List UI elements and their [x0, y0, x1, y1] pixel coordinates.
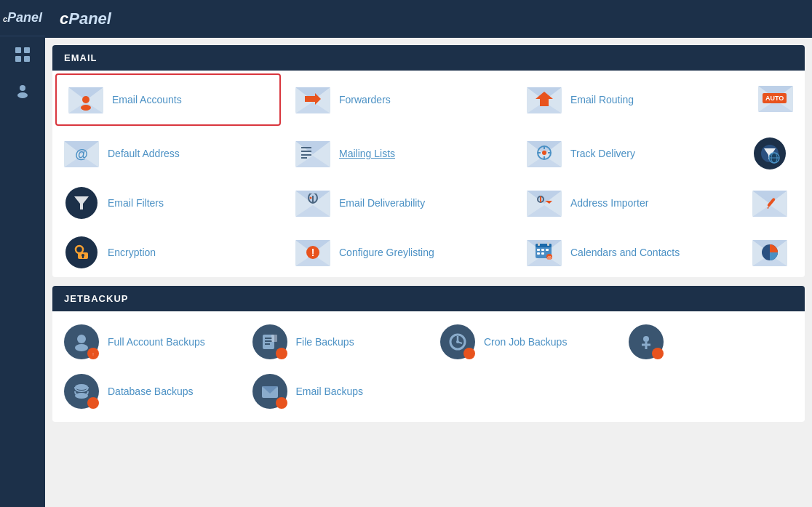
svg-point-6 [82, 96, 89, 103]
email-routing-icon [527, 82, 562, 117]
svg-rect-44 [547, 242, 549, 246]
svg-rect-0 [15, 47, 21, 53]
encryption-item[interactable]: Encryption [52, 228, 284, 277]
pie-icon [752, 235, 787, 270]
sidebar: cPanel [0, 0, 45, 507]
default-address-item[interactable]: @ Default Address [52, 129, 284, 178]
svg-rect-45 [537, 249, 540, 251]
file-backups-icon [252, 324, 287, 359]
email-accounts-item[interactable]: Email Accounts [55, 73, 281, 126]
main-area: cPanel EMAIL [45, 0, 812, 507]
pie-item[interactable] [747, 228, 805, 277]
database-backups-icon [64, 374, 99, 409]
email-section-header: EMAIL [52, 45, 805, 71]
database-backups-item[interactable]: Database Backups [52, 367, 241, 416]
email-routing-item[interactable]: Email Routing [515, 71, 747, 129]
svg-rect-1 [24, 47, 30, 53]
svg-point-54 [75, 344, 88, 351]
svg-rect-48 [537, 252, 540, 255]
extra-backup-item[interactable] [617, 317, 805, 367]
email-backups-icon [252, 374, 287, 409]
svg-rect-3 [24, 56, 30, 62]
mailing-lists-label: Mailing Lists [339, 148, 395, 159]
svg-point-66 [456, 340, 459, 343]
import2-icon [752, 185, 787, 220]
email-backups-item[interactable]: Email Backups [241, 367, 429, 416]
email-backups-label: Email Backups [296, 386, 364, 397]
svg-marker-32 [545, 198, 552, 204]
cron-job-backups-icon [440, 324, 475, 359]
email-routing-label: Email Routing [570, 94, 634, 105]
email-accounts-label: Email Accounts [112, 94, 182, 105]
encryption-label: Encryption [108, 247, 156, 258]
email-filters-label: Email Filters [108, 197, 164, 209]
svg-rect-46 [541, 249, 544, 251]
extra-backup-icon [629, 324, 664, 359]
svg-rect-58 [265, 338, 272, 339]
default-address-icon: @ [64, 136, 99, 171]
svg-rect-61 [271, 335, 277, 342]
full-account-backups-item[interactable]: ↑ Full Account Backups [52, 317, 241, 367]
topbar: cPanel [45, 0, 812, 38]
email-deliverability-item[interactable]: Email Deliverability [284, 178, 515, 228]
jetbackup-section: JETBACKUP ↑ [52, 286, 805, 422]
svg-marker-26 [74, 196, 89, 209]
svg-rect-11 [301, 151, 311, 152]
calendars-contacts-icon: @ [527, 235, 562, 270]
svg-point-62 [279, 351, 284, 356]
full-account-backups-label: Full Account Backups [108, 336, 205, 348]
import2-item[interactable] [747, 178, 805, 228]
svg-point-74 [90, 400, 96, 406]
svg-rect-2 [15, 56, 21, 62]
svg-rect-10 [301, 147, 311, 148]
auto-item[interactable]: AUTO [747, 71, 805, 129]
sidebar-logo: cPanel [0, 0, 45, 36]
track-delivery-label: Track Delivery [570, 148, 635, 159]
spam-filter-item[interactable] [747, 129, 805, 178]
svg-point-67 [466, 351, 472, 356]
cron-job-backups-item[interactable]: Cron Job Backups [429, 317, 617, 367]
calendars-contacts-item[interactable]: @ Calendars and Contacts [515, 228, 747, 277]
svg-marker-34 [767, 207, 769, 209]
sidebar-item-grid[interactable] [0, 36, 45, 73]
svg-point-72 [75, 384, 88, 390]
svg-rect-59 [265, 340, 272, 342]
track-delivery-icon [527, 136, 562, 171]
svg-point-77 [279, 400, 284, 406]
svg-point-5 [17, 92, 28, 98]
address-importer-item[interactable]: Address Importer [515, 178, 747, 228]
email-accounts-icon [68, 82, 103, 117]
email-deliverability-icon [295, 185, 330, 220]
email-filters-icon [64, 185, 99, 220]
sidebar-item-users[interactable] [0, 73, 45, 109]
mailing-lists-item[interactable]: Mailing Lists [284, 129, 515, 178]
svg-point-73 [75, 393, 88, 399]
email-filters-item[interactable]: Email Filters [52, 178, 284, 228]
svg-rect-60 [265, 343, 270, 345]
svg-marker-9 [536, 92, 553, 106]
file-backups-item[interactable]: File Backups [241, 317, 429, 367]
svg-rect-43 [538, 242, 540, 246]
svg-point-7 [81, 105, 91, 111]
spam-filter-icon [752, 136, 787, 171]
track-delivery-item[interactable]: Track Delivery [515, 129, 747, 178]
svg-rect-49 [541, 252, 544, 255]
full-account-backups-icon: ↑ [64, 324, 99, 359]
svg-rect-13 [301, 157, 307, 159]
file-backups-label: File Backups [296, 336, 354, 348]
content: EMAIL [45, 38, 812, 507]
svg-point-29 [310, 197, 312, 199]
svg-text:@: @ [547, 255, 552, 260]
forwarders-item[interactable]: Forwarders [284, 71, 515, 129]
configure-greylisting-item[interactable]: ! Configure Greylisting [284, 228, 515, 277]
topbar-logo: cPanel [60, 9, 111, 28]
svg-point-53 [77, 335, 86, 343]
configure-greylisting-icon: ! [295, 235, 330, 270]
encryption-icon [64, 235, 99, 270]
svg-point-15 [542, 151, 546, 155]
forwarders-icon [295, 82, 330, 117]
email-section: EMAIL [52, 45, 805, 277]
svg-point-68 [643, 336, 649, 342]
address-importer-label: Address Importer [570, 197, 648, 209]
jetbackup-section-header: JETBACKUP [52, 286, 805, 311]
